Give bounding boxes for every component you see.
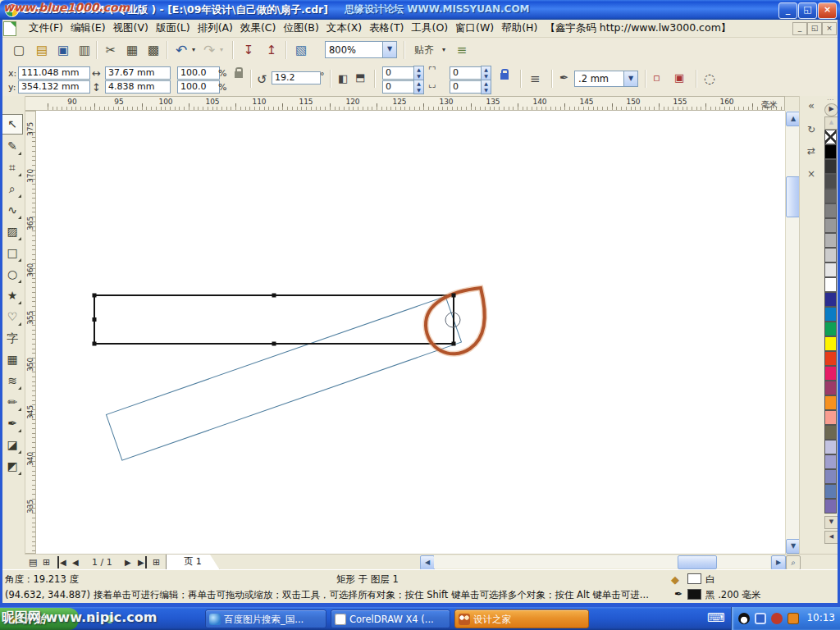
redo-button[interactable]: ↷ (200, 41, 218, 59)
blend-tool[interactable]: ≋ (2, 371, 23, 391)
zoom-combo-dropdown-icon[interactable]: ▼ (382, 42, 396, 57)
text-tool[interactable]: 字 (2, 328, 23, 349)
drawing-canvas[interactable] (36, 111, 785, 554)
mdi-close-button[interactable]: × (822, 22, 837, 35)
outline-tool[interactable]: ✒ (2, 413, 23, 434)
selection-handle[interactable] (272, 294, 276, 298)
color-swatch[interactable] (824, 292, 837, 307)
color-swatch[interactable] (824, 144, 837, 159)
menu-arrange[interactable]: 排列(A) (198, 21, 233, 35)
menu-window[interactable]: 窗口(W) (455, 21, 494, 35)
color-swatch[interactable] (824, 499, 837, 514)
save-button[interactable]: ▣ (54, 41, 72, 59)
new-document-button[interactable]: ▢ (10, 41, 28, 59)
export-button[interactable]: ↥ (262, 41, 281, 59)
scale-lock-icon[interactable] (235, 71, 243, 78)
vertical-scrollbar[interactable]: ▲ ▼ (785, 111, 800, 554)
color-swatch[interactable] (824, 336, 837, 351)
collapse-docker-button[interactable]: « (804, 98, 819, 113)
task-shejizhijia-window[interactable]: 设计之家 (454, 609, 589, 628)
add-page-before-button[interactable]: ⊞ (43, 556, 50, 568)
color-swatch[interactable] (824, 322, 837, 336)
menu-table[interactable]: 表格(T) (369, 21, 404, 35)
eyedropper-tool[interactable]: ✏ (2, 392, 23, 413)
options-button[interactable]: ≡ (453, 41, 471, 59)
menu-bitmaps[interactable]: 位图(B) (283, 21, 318, 35)
horizontal-scrollbar[interactable] (434, 555, 770, 568)
scroll-right-button[interactable]: ▶ (771, 555, 786, 570)
color-swatch[interactable] (824, 174, 837, 189)
color-swatch[interactable] (824, 189, 837, 203)
page-tab[interactable]: 页 1 (166, 555, 220, 570)
color-swatch[interactable] (824, 454, 837, 469)
symmetry-button[interactable]: ◌ (704, 71, 715, 86)
next-page-button[interactable]: ▶ (125, 556, 131, 568)
polygon-tool[interactable]: ★ (2, 285, 23, 306)
color-swatch[interactable] (824, 233, 837, 248)
x-position-field[interactable]: 111.048 mm (18, 66, 90, 80)
selection-handle[interactable] (93, 342, 97, 346)
color-swatch[interactable] (824, 248, 837, 262)
undo-dropdown-icon[interactable]: ▾ (189, 41, 198, 59)
task-coreldraw-window[interactable]: CorelDRAW X4 (... (331, 609, 450, 628)
selection-handle[interactable] (452, 342, 456, 346)
tray-network-icon[interactable] (755, 613, 766, 624)
freehand-tool[interactable]: ∿ (2, 200, 23, 221)
convert-outline-button[interactable]: ▫ (653, 71, 660, 84)
outline-width-dropdown-icon[interactable]: ▼ (623, 71, 637, 86)
corner-rb-spinner[interactable]: ▲▼ (481, 80, 491, 94)
rectangle-tool[interactable]: □ (2, 243, 23, 263)
y-position-field[interactable]: 354.132 mm (18, 80, 90, 94)
menu-tools[interactable]: 工具(O) (412, 21, 449, 35)
color-swatch[interactable] (824, 410, 837, 425)
smart-fill-tool[interactable]: ▨ (2, 221, 23, 242)
close-button[interactable]: × (818, 2, 837, 19)
mirror-horizontal-button[interactable]: ◧ (338, 72, 348, 84)
palette-scroll-up-button[interactable]: ▲ (824, 116, 838, 130)
snap-dropdown-icon[interactable]: ▾ (440, 41, 448, 59)
corner-lock-icon[interactable] (500, 73, 509, 80)
wrap-text-button[interactable]: ≡ (530, 71, 541, 86)
selection-handle[interactable] (93, 294, 97, 298)
palette-drag-handle[interactable]: ⋯ (827, 96, 833, 103)
menu-effects[interactable]: 效果(C) (240, 21, 276, 35)
color-swatch[interactable] (824, 218, 837, 233)
behind-fill-button[interactable]: ▣ (674, 71, 684, 84)
last-page-button[interactable]: ▶ (138, 556, 147, 568)
selection-handle[interactable] (452, 294, 456, 298)
color-swatch[interactable] (824, 351, 837, 366)
open-button[interactable]: ▤ (33, 41, 51, 59)
color-swatch[interactable] (824, 440, 837, 454)
import-button[interactable]: ↧ (240, 41, 258, 59)
mdi-restore-button[interactable]: ◱ (807, 22, 822, 35)
mirror-vertical-button[interactable]: ◧ (355, 73, 368, 83)
object-height-field[interactable]: 4.838 mm (105, 80, 171, 94)
scale-v-field[interactable]: 100.0 (177, 80, 220, 94)
menu-view[interactable]: 视图(V) (113, 21, 148, 35)
color-swatch[interactable] (824, 395, 837, 410)
ellipse-tool[interactable]: ○ (2, 264, 23, 285)
tray-security-icon[interactable] (771, 613, 783, 624)
scroll-left-button[interactable]: ◀ (420, 555, 435, 570)
menu-help[interactable]: 帮助(H) (501, 21, 537, 35)
minimize-button[interactable]: _ (778, 2, 797, 19)
transform-scale-docker-icon[interactable]: ⇄ (804, 144, 819, 158)
page-flip-icon[interactable]: ▤ (29, 556, 37, 568)
keyboard-language-icon[interactable]: ⌨ (707, 611, 720, 624)
color-swatch[interactable] (824, 159, 837, 174)
palette-expand-button[interactable]: ◀ (824, 531, 838, 544)
color-swatch[interactable] (824, 262, 837, 277)
copy-button[interactable]: ▦ (123, 41, 141, 59)
selected-rectangle[interactable] (94, 295, 454, 344)
paste-button[interactable]: ▩ (144, 41, 162, 59)
transform-rotate-docker-icon[interactable]: ↻ (804, 122, 819, 137)
navigator-zoom-button[interactable]: ⌕ (786, 555, 801, 570)
undo-button[interactable]: ↶ (172, 41, 190, 59)
tray-qq-icon[interactable] (738, 613, 750, 624)
rotation-angle-field[interactable]: 19.2 (272, 71, 321, 84)
color-swatch[interactable] (824, 366, 837, 381)
object-width-field[interactable]: 37.67 mm (105, 66, 171, 80)
horizontal-scroll-thumb[interactable] (678, 555, 717, 569)
selection-handle[interactable] (272, 342, 276, 346)
rotated-rectangle-outline[interactable] (106, 296, 461, 460)
